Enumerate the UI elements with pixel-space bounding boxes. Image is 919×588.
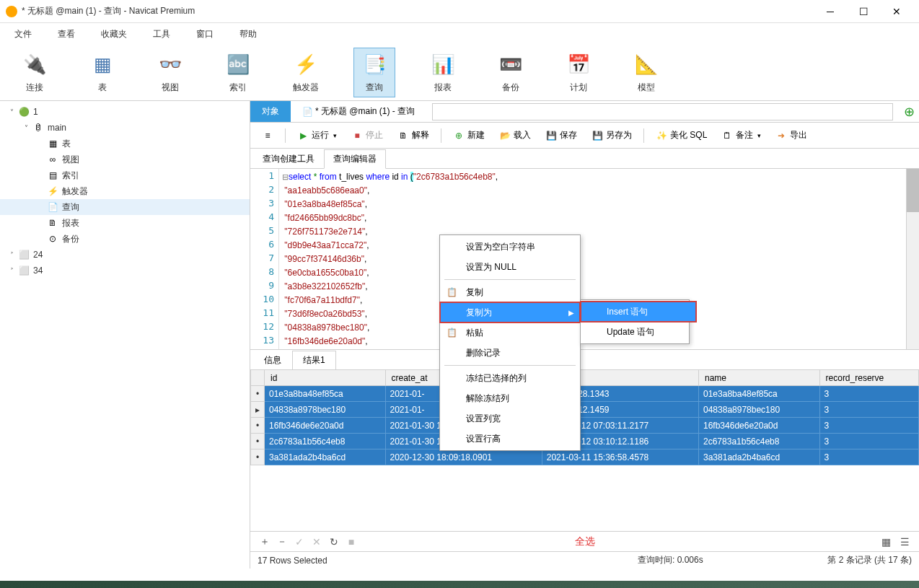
tree-node-0[interactable]: ˅🟢1	[0, 104, 250, 120]
tree-toggle-icon[interactable]: ˃	[6, 267, 17, 275]
ctx-item-11[interactable]: 设置行高	[440, 429, 580, 449]
tree-node-2[interactable]: ▦表	[0, 136, 250, 152]
context-menu[interactable]: 设置为空白字符串设置为 NULL📋复制复制为▶📋粘贴删除记录冻结已选择的列解除冻…	[439, 234, 581, 451]
tree-node-5[interactable]: ⚡触发器	[0, 183, 250, 199]
tree-node-1[interactable]: ˅🛢main	[0, 120, 250, 136]
ctx-item-1[interactable]: 设置为 NULL	[440, 257, 580, 277]
line-number: 4	[250, 211, 278, 225]
tree-toggle-icon[interactable]: ˅	[6, 108, 17, 116]
ctx-item-6[interactable]: 删除记录	[440, 343, 580, 363]
search-input[interactable]	[432, 103, 893, 120]
info-tab-msg[interactable]: 信息	[253, 351, 292, 370]
tree-node-7[interactable]: 🗎报表	[0, 215, 250, 231]
table-row[interactable]: •16fb346de6e20a0d2021-01-30 11:55:18.498…	[251, 418, 919, 434]
toolbar-plug[interactable]: 🔌连接	[14, 48, 55, 97]
toolbar-model[interactable]: 📐模型	[626, 48, 667, 97]
play-icon: ▶	[297, 130, 309, 141]
view-icon: 👓	[156, 51, 185, 77]
sidebar-tree[interactable]: ˅🟢1˅🛢main▦表∞视图▤索引⚡触发器📄查询🗎报表⊙备份˃⬜24˃⬜34	[0, 101, 250, 569]
paste-icon: 📋	[446, 327, 457, 338]
sub-tab-builder[interactable]: 查询创建工具	[253, 149, 324, 169]
toolbar-trigger[interactable]: ⚡触发器	[286, 48, 326, 97]
menu-3[interactable]: 工具	[147, 25, 176, 43]
note-button[interactable]: 🗒备注▾	[716, 126, 767, 144]
desktop-strip	[0, 581, 919, 588]
saveas-icon: 💾	[592, 130, 603, 141]
menu-5[interactable]: 帮助	[234, 25, 263, 43]
ctx-item-9[interactable]: 解除冻结列	[440, 388, 580, 408]
tab-query[interactable]: 📄* 无标题 @main (1) - 查询	[291, 101, 426, 122]
toolbar-table[interactable]: ▦表	[82, 48, 123, 97]
table-row[interactable]: •2c6783a1b56c4eb82021-01-30 19:47:17.136…	[251, 434, 919, 449]
toolbar-view[interactable]: 👓视图	[150, 48, 190, 97]
tree-node-6[interactable]: 📄查询	[0, 199, 250, 215]
tree-node-9[interactable]: ˃⬜24	[0, 247, 250, 263]
load-button[interactable]: 📂载入	[493, 126, 537, 144]
add-tab-button[interactable]: ⊕	[899, 102, 919, 122]
tree-node-8[interactable]: ⊙备份	[0, 231, 250, 247]
new-button[interactable]: ⊕新建	[447, 126, 491, 144]
tree-node-3[interactable]: ∞视图	[0, 152, 250, 167]
tree-node-10[interactable]: ˃⬜34	[0, 263, 250, 278]
table-row[interactable]: •3a381ada2b4ba6cd2020-12-30 18:09:18.090…	[251, 449, 919, 465]
commit-button[interactable]: ✓	[291, 534, 308, 550]
ctx-item-4[interactable]: 复制为▶	[440, 302, 580, 322]
ctx-item-0[interactable]: 设置为空白字符串	[440, 237, 580, 257]
refresh-button[interactable]: ↻	[325, 534, 343, 550]
grid-view-icon[interactable]: ▦	[877, 534, 894, 550]
minimize-button[interactable]: ─	[814, 1, 847, 22]
stop-button[interactable]: ■停止	[346, 126, 389, 144]
column-header[interactable]: record_reserve	[819, 370, 918, 386]
column-header[interactable]: name	[699, 370, 820, 386]
toolbar-query[interactable]: 📑查询	[353, 48, 395, 97]
result-grid[interactable]: idcreate_atnamerecord_reserve •01e3a8ba4…	[250, 369, 919, 531]
hamburger-button[interactable]: ≡	[256, 127, 279, 144]
export-button[interactable]: ➜导出	[770, 126, 813, 144]
menu-4[interactable]: 窗口	[190, 25, 219, 43]
line-number: 8	[250, 266, 278, 280]
cancel-edit-button[interactable]: ✕	[308, 534, 325, 550]
menu-1[interactable]: 查看	[52, 25, 81, 43]
tree-icon: ∞	[46, 154, 59, 165]
table-row[interactable]: •01e3a8ba48ef85ca2021-01-2 10:19:28.1343…	[251, 386, 919, 402]
toolbar-backup[interactable]: 📼备份	[491, 48, 531, 97]
ctx-item-5[interactable]: 📋粘贴	[440, 322, 580, 343]
column-header[interactable]: id	[265, 370, 386, 386]
stop-fetch-button[interactable]: ■	[343, 534, 360, 550]
add-record-button[interactable]: ＋	[256, 534, 273, 550]
tab-objects[interactable]: 对象	[250, 101, 291, 122]
tree-toggle-icon[interactable]: ˃	[6, 251, 17, 259]
tree-toggle-icon[interactable]: ˅	[20, 124, 32, 132]
remove-record-button[interactable]: －	[273, 534, 291, 550]
tabs-row: 对象 📄* 无标题 @main (1) - 查询 ⊕	[250, 101, 919, 123]
menu-0[interactable]: 文件	[9, 25, 38, 43]
row-indicator-header	[251, 370, 265, 386]
info-tab-result1[interactable]: 结果1	[292, 351, 336, 370]
sub-tab-editor[interactable]: 查询编辑器	[324, 149, 386, 169]
maximize-button[interactable]: ☐	[847, 1, 880, 22]
close-button[interactable]: ✕	[880, 1, 913, 22]
ctx-item-1[interactable]: Update 语句	[581, 322, 696, 342]
editor-scrollbar[interactable]	[906, 169, 919, 349]
toolbar-report[interactable]: 📊报表	[423, 48, 463, 97]
table-row[interactable]: ▸04838a8978bec1802021-01-2 03:05:12.1459…	[251, 402, 919, 418]
ctx-item-3[interactable]: 📋复制	[440, 282, 580, 302]
run-button[interactable]: ▶运行▾	[291, 126, 343, 144]
ctx-item-10[interactable]: 设置列宽	[440, 408, 580, 429]
explain-button[interactable]: 🗎解释	[392, 126, 435, 144]
context-submenu-copy-as[interactable]: Insert 语句Update 语句	[580, 299, 690, 344]
beautify-button[interactable]: ✨美化 SQL	[650, 126, 713, 144]
ctx-item-8[interactable]: 冻结已选择的列	[440, 368, 580, 388]
menu-2[interactable]: 收藏夹	[95, 25, 133, 43]
toolbar-index[interactable]: 🔤索引	[218, 48, 258, 97]
saveas-button[interactable]: 💾另存为	[586, 126, 638, 144]
export-icon: ➜	[775, 130, 787, 141]
tree-icon: ⬜	[17, 265, 30, 276]
select-all-label: 全选	[575, 535, 595, 548]
form-view-icon[interactable]: ☰	[896, 534, 913, 550]
save-button[interactable]: 💾保存	[540, 126, 583, 144]
main-toolbar: 🔌连接▦表👓视图🔤索引⚡触发器📑查询📊报表📼备份📅计划📐模型	[0, 45, 919, 101]
ctx-item-0[interactable]: Insert 语句	[581, 302, 696, 322]
toolbar-schedule[interactable]: 📅计划	[558, 48, 599, 97]
tree-node-4[interactable]: ▤索引	[0, 167, 250, 183]
